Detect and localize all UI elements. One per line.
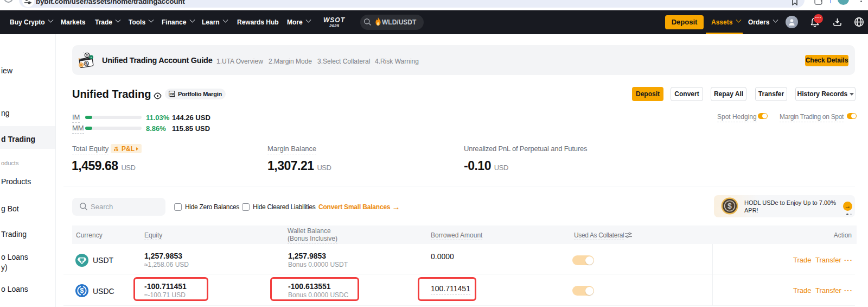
svg-text:$: $ bbox=[727, 202, 732, 210]
svg-text:PM: PM bbox=[170, 92, 175, 96]
svg-text:$: $ bbox=[80, 287, 84, 295]
